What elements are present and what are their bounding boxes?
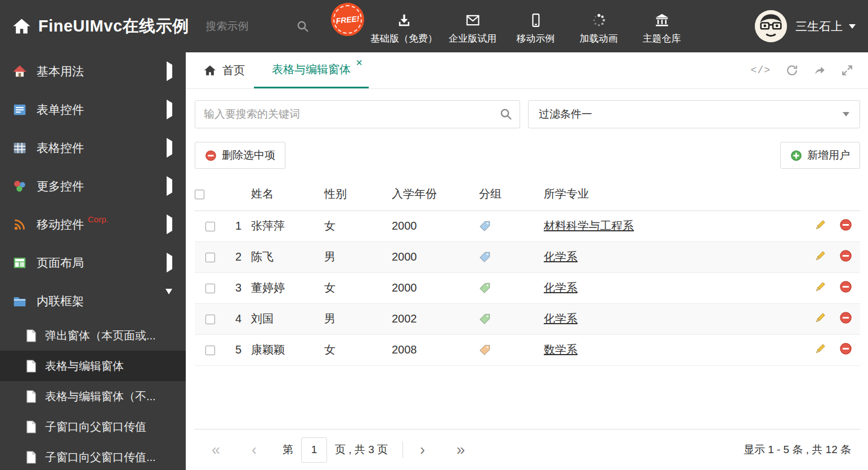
sidebar-subitem-grid-edit-window[interactable]: 表格与编辑窗体 — [0, 351, 186, 381]
share-icon[interactable] — [813, 64, 826, 77]
edit-icon[interactable] — [814, 218, 827, 231]
table-row[interactable]: 4 刘国 男 2002 化学系 — [195, 303, 860, 334]
table-row[interactable]: 1 张萍萍 女 2000 材料科学与工程系 — [195, 211, 860, 241]
sidebar-item-basic-usage[interactable]: 基本用法 — [0, 52, 186, 91]
grid-panel: 删除选中项 新增用户 — [195, 142, 860, 470]
sidebar-item-form-controls[interactable]: 表单控件 — [0, 91, 186, 129]
sidebar-subitem-popup-window[interactable]: 弹出窗体（本页面或... — [0, 320, 186, 351]
last-page-button[interactable]: » — [457, 442, 465, 458]
nav-loading-animations[interactable]: 加载动画 — [567, 11, 630, 45]
cell-name: 董婷婷 — [251, 272, 324, 303]
envelope-icon — [466, 11, 480, 28]
table-row[interactable]: 3 董婷婷 女 2000 化学系 — [195, 272, 860, 303]
row-checkbox[interactable] — [205, 315, 215, 324]
spinner-icon — [592, 11, 606, 28]
nav-theme-store[interactable]: 主题仓库 — [630, 11, 693, 45]
nav-mobile-demo[interactable]: 移动示例 — [504, 11, 567, 45]
major-link[interactable]: 材料科学与工程系 — [544, 220, 634, 232]
delete-icon[interactable] — [839, 342, 852, 355]
delete-icon[interactable] — [839, 218, 852, 231]
sidebar-subitem-label: 子窗口向父窗口传值 — [45, 419, 146, 435]
tag-icon — [479, 251, 544, 263]
delete-icon[interactable] — [839, 249, 852, 262]
delete-selected-button[interactable]: 删除选中项 — [195, 142, 285, 169]
users-table: 姓名 性别 入学年份 分组 所学专业 1 张萍萍 — [195, 178, 860, 366]
tab-grid-edit-window[interactable]: 表格与编辑窗体 × — [254, 52, 369, 88]
nav-basic-free[interactable]: FREE! 基础版（免费） — [367, 11, 441, 45]
cell-gender: 男 — [324, 303, 392, 334]
cell-gender: 女 — [324, 334, 392, 365]
sidebar-item-label: 表单控件 — [37, 102, 84, 118]
nav-label: 加载动画 — [580, 32, 618, 45]
delete-icon[interactable] — [839, 311, 852, 324]
keyword-search-input[interactable] — [195, 100, 520, 128]
expand-icon[interactable] — [841, 64, 853, 77]
prev-page-button[interactable]: ‹ — [252, 442, 257, 458]
major-link[interactable]: 化学系 — [544, 312, 578, 325]
sidebar-item-page-layout[interactable]: 页面布局 — [0, 244, 186, 282]
row-checkbox[interactable] — [205, 284, 215, 293]
main-area: 首页 表格与编辑窗体 × </> — [186, 52, 868, 470]
sidebar-subitem-child-to-parent[interactable]: 子窗口向父窗口传值 — [0, 411, 186, 442]
first-page-button[interactable]: « — [212, 442, 220, 458]
filter-dropdown-value: 过滤条件一 — [539, 107, 592, 122]
search-icon[interactable] — [289, 20, 310, 33]
chevron-down-icon — [849, 24, 856, 29]
nav-label: 基础版（免费） — [370, 32, 437, 45]
page-label-prefix: 第 — [283, 442, 293, 457]
major-link[interactable]: 数学系 — [544, 343, 578, 356]
cell-year: 2000 — [392, 241, 479, 272]
edit-icon[interactable] — [814, 249, 827, 262]
avatar[interactable] — [755, 10, 787, 42]
add-user-label: 新增用户 — [807, 148, 850, 163]
sidebar-item-grid-controls[interactable]: 表格控件 — [0, 129, 186, 167]
filter-dropdown[interactable]: 过滤条件一 — [528, 100, 860, 128]
close-icon[interactable]: × — [356, 57, 363, 68]
delete-icon[interactable] — [839, 280, 852, 293]
minus-circle-icon — [205, 150, 217, 162]
select-all-checkbox[interactable] — [195, 190, 204, 199]
cell-year: 2000 — [392, 211, 479, 241]
column-year: 入学年份 — [392, 178, 479, 211]
sidebar-item-more-controls[interactable]: 更多控件 — [0, 167, 186, 205]
page-icon — [26, 360, 37, 373]
table-row[interactable]: 5 康颖颖 女 2008 数学系 — [195, 334, 860, 365]
search-icon[interactable] — [499, 108, 513, 121]
nav-enterprise-trial[interactable]: 企业版试用 — [441, 11, 504, 45]
sidebar-subitem-grid-edit-window-2[interactable]: 表格与编辑窗体（不... — [0, 381, 186, 411]
row-checkbox[interactable] — [205, 222, 215, 231]
column-major: 所学专业 — [544, 178, 790, 211]
app-header: FineUIMvc在线示例 FREE! 基础版（免费） 企业版试用 移动示例 — [0, 0, 868, 52]
page-icon — [26, 420, 37, 433]
edit-icon[interactable] — [814, 342, 827, 355]
next-page-button[interactable]: › — [420, 442, 425, 458]
source-code-icon[interactable]: </> — [751, 65, 771, 76]
cell-year: 2000 — [392, 272, 479, 303]
column-gender: 性别 — [324, 178, 392, 211]
user-menu[interactable]: 三生石上 — [795, 19, 856, 34]
edit-icon[interactable] — [814, 280, 827, 293]
column-name: 姓名 — [251, 178, 324, 211]
row-checkbox[interactable] — [205, 346, 215, 355]
table-row[interactable]: 2 陈飞 男 2000 化学系 — [195, 241, 860, 272]
refresh-icon[interactable] — [786, 64, 798, 77]
header-search-input[interactable] — [205, 20, 289, 33]
username: 三生石上 — [795, 19, 843, 34]
sidebar-item-mobile-controls[interactable]: 移动控件 Corp. — [0, 205, 186, 244]
major-link[interactable]: 化学系 — [544, 250, 578, 263]
sidebar-subitem-child-to-parent-2[interactable]: 子窗口向父窗口传值... — [0, 442, 186, 470]
edit-icon[interactable] — [814, 311, 827, 324]
sidebar-item-inline-frame[interactable]: 内联框架 — [0, 282, 186, 320]
row-checkbox[interactable] — [205, 253, 215, 262]
free-badge: FREE! — [329, 1, 366, 38]
cell-name: 康颖颖 — [251, 334, 324, 365]
column-actions — [790, 178, 860, 211]
page-number-input[interactable] — [301, 437, 327, 463]
tab-home[interactable]: 首页 — [195, 52, 254, 88]
nav-label: 主题仓库 — [643, 32, 681, 45]
major-link[interactable]: 化学系 — [544, 281, 578, 294]
nav-label: 企业版试用 — [449, 32, 496, 45]
cell-gender: 女 — [324, 211, 392, 241]
add-user-button[interactable]: 新增用户 — [780, 142, 860, 169]
app-home-icon[interactable] — [12, 17, 31, 35]
